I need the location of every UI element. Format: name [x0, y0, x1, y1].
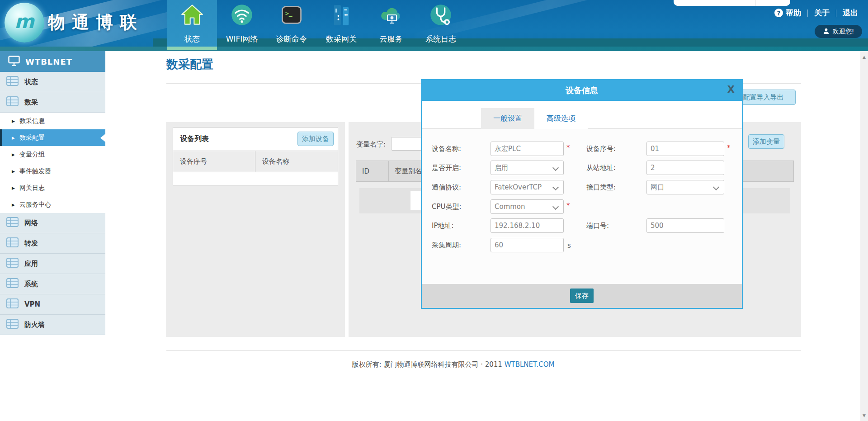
ip-address-field[interactable] — [491, 218, 564, 233]
copyright-text: 版权所有: 厦门物通博联网络科技有限公司 · 2011 — [352, 360, 502, 369]
sidebar-item-system[interactable]: 系统 — [0, 274, 105, 294]
sidebar-item-variable-group[interactable]: ▶ 变量分组 — [0, 146, 105, 163]
caret-icon: ▶ — [12, 152, 15, 157]
protocol-label: 通信协议: — [432, 183, 461, 192]
sidebar-item-firewall[interactable]: 防火墙 — [0, 315, 105, 335]
logout-link[interactable]: 退出 — [843, 8, 858, 18]
welcome-text: 欢迎您! — [833, 28, 854, 36]
sidebar-item-status[interactable]: 状态 — [0, 72, 105, 92]
device-list-header: 设备列表 添加设备 — [173, 128, 338, 151]
sidebar-header: WTBLNET — [0, 51, 105, 72]
caret-icon: ▶ — [12, 203, 15, 207]
sidebar-item-gateway-log[interactable]: ▶ 网关日志 — [0, 180, 105, 196]
brand-logo-icon: m — [5, 3, 44, 43]
variable-col-id: ID — [356, 161, 389, 181]
poll-period-field[interactable] — [491, 238, 564, 252]
footer-link[interactable]: WTBLNET.COM — [505, 360, 555, 369]
header-search-input[interactable] — [674, 0, 790, 6]
iface-type-select[interactable]: 网口 — [646, 180, 724, 194]
app-root: m 物通博联 状态 WIFI网络 >_ 诊断命令 — [0, 0, 868, 421]
cpu-type-select[interactable]: Common — [491, 199, 564, 214]
ip-address-label: IP地址: — [432, 222, 454, 230]
close-icon[interactable]: X — [727, 84, 735, 95]
nav-tab-gateway[interactable]: 数采网关 — [316, 0, 366, 47]
nav-tab-syslog[interactable]: 系统日志 — [416, 0, 466, 47]
grid-icon — [6, 319, 19, 331]
grid-icon — [6, 76, 19, 88]
sidebar-item-datacollect[interactable]: 数采 — [0, 92, 105, 113]
down-arrow-icon[interactable]: ▼ — [860, 412, 868, 419]
variable-col-alias: 变量别名 — [389, 167, 422, 175]
grid-icon — [6, 298, 19, 310]
sidebar-item-vpn[interactable]: VPN — [0, 294, 105, 315]
sidebar-item-application[interactable]: 应用 — [0, 254, 105, 274]
grid-icon — [6, 237, 19, 249]
poll-period-label: 采集周期: — [432, 241, 461, 250]
gateway-icon — [330, 3, 353, 27]
svg-text:>_: >_ — [285, 10, 292, 17]
grid-icon — [6, 278, 19, 290]
nav-tab-cloud[interactable]: 云服务 — [366, 0, 416, 47]
header-links: ? 帮助 关于 退出 — [774, 8, 858, 18]
device-info-modal: 设备信息 X 一般设置 高级选项 设备名称: * 设备序号: * 是否开启: 启… — [421, 79, 743, 309]
question-icon: ? — [774, 9, 783, 17]
welcome-badge[interactable]: 欢迎您! — [815, 25, 862, 38]
slave-addr-field[interactable] — [646, 161, 724, 175]
seconds-suffix: s — [567, 241, 571, 250]
port-field[interactable] — [646, 218, 724, 233]
about-link[interactable]: 关于 — [814, 8, 830, 18]
protocol-select[interactable]: FatekOverTCP — [491, 180, 564, 194]
up-arrow-icon[interactable]: ▲ — [860, 53, 868, 61]
variable-empty-message-box — [410, 191, 421, 210]
sidebar-title: WTBLNET — [25, 57, 72, 66]
device-no-field[interactable] — [646, 142, 724, 156]
help-link[interactable]: 帮助 — [786, 8, 801, 18]
iface-type-label: 接口类型: — [586, 183, 616, 192]
device-table-header: 设备序号 设备名称 — [173, 151, 338, 172]
variable-filter-label: 变量名字: — [356, 140, 386, 149]
tab-general-settings[interactable]: 一般设置 — [481, 108, 534, 129]
user-icon — [823, 28, 830, 36]
device-list-title: 设备列表 — [180, 134, 209, 144]
device-name-field[interactable] — [491, 142, 564, 156]
sidebar-item-datacollect-config[interactable]: ▶ 数采配置 — [0, 129, 105, 146]
enabled-label: 是否开启: — [432, 164, 461, 172]
modal-header: 设备信息 X — [422, 80, 742, 101]
grid-icon — [6, 96, 19, 108]
sidebar-item-forward[interactable]: 转发 — [0, 233, 105, 254]
footer: 版权所有: 厦门物通博联网络科技有限公司 · 2011 WTBLNET.COM — [105, 360, 801, 369]
grid-icon — [6, 217, 19, 229]
sidebar-item-datacollect-info[interactable]: ▶ 数采信息 — [0, 113, 105, 129]
device-list-container: 设备列表 添加设备 设备序号 设备名称 — [166, 122, 345, 337]
monitor-icon — [8, 56, 20, 68]
save-button[interactable]: 保存 — [570, 289, 594, 303]
device-no-label: 设备序号: — [586, 145, 616, 153]
device-name-label: 设备名称: — [432, 145, 461, 153]
slave-addr-label: 从站地址: — [586, 164, 616, 172]
add-device-button[interactable]: 添加设备 — [297, 132, 334, 146]
caret-icon: ▶ — [12, 169, 15, 174]
chevron-down-icon — [552, 203, 559, 210]
brand-logo-text: 物通博联 — [48, 11, 144, 34]
tab-advanced-options[interactable]: 高级选项 — [534, 108, 588, 129]
enabled-select[interactable]: 启用 — [491, 161, 564, 175]
device-col-name: 设备名称 — [255, 157, 289, 166]
nav-tab-wifi[interactable]: WIFI网络 — [217, 0, 267, 47]
modal-title: 设备信息 — [422, 85, 742, 96]
caret-icon: ▶ — [12, 136, 15, 140]
top-nav: 状态 WIFI网络 >_ 诊断命令 数采网关 — [167, 0, 466, 51]
add-variable-button[interactable]: 添加变量 — [748, 134, 784, 149]
caret-icon: ▶ — [12, 119, 15, 123]
page-title: 数采配置 — [166, 57, 213, 72]
grid-icon — [6, 258, 19, 270]
port-label: 端口号: — [586, 222, 609, 230]
page-scrollbar[interactable]: ▲ ▼ — [860, 51, 868, 421]
sidebar-item-event-trigger[interactable]: ▶ 事件触发器 — [0, 163, 105, 180]
nav-tab-status[interactable]: 状态 — [167, 0, 217, 47]
home-icon — [180, 3, 204, 27]
sidebar-item-network[interactable]: 网络 — [0, 213, 105, 233]
device-col-serial: 设备序号 — [173, 151, 255, 172]
modal-footer: 保存 — [422, 284, 742, 308]
nav-tab-diagnostics[interactable]: >_ 诊断命令 — [267, 0, 316, 47]
sidebar-item-cloud-center[interactable]: ▶ 云服务中心 — [0, 196, 105, 213]
